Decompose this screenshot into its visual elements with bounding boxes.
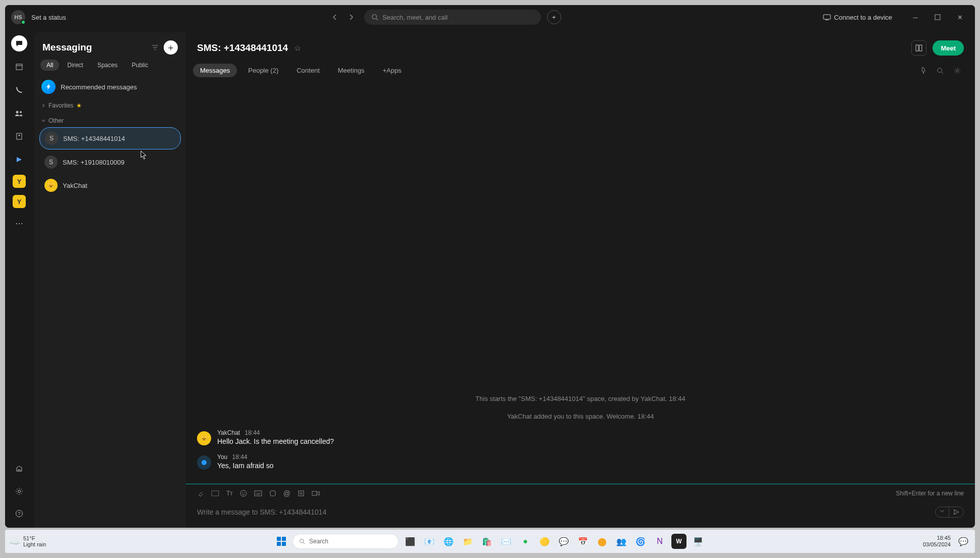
weather-icon: ☁️ <box>9 536 20 547</box>
chevron-down-icon <box>41 119 45 123</box>
new-action-button[interactable]: ＋ <box>547 10 561 24</box>
svg-point-21 <box>956 69 958 71</box>
rail-calendar-icon[interactable] <box>11 59 27 75</box>
sidebar-tab-public[interactable]: Public <box>126 60 155 71</box>
svg-text:?: ? <box>18 511 20 516</box>
pin-icon[interactable] <box>916 65 929 76</box>
taskbar-edge2-icon[interactable]: 🌀 <box>633 534 648 549</box>
rail-settings-icon[interactable] <box>11 483 27 499</box>
video-icon[interactable] <box>312 490 320 496</box>
set-status-link[interactable]: Set a status <box>31 14 66 21</box>
system-message: This starts the "SMS: +14348441014" spac… <box>197 395 964 402</box>
message-input[interactable] <box>197 508 930 516</box>
svg-rect-31 <box>312 491 317 495</box>
connect-device-button[interactable]: Connect to a device <box>823 14 892 21</box>
attach-icon[interactable] <box>197 490 204 497</box>
conversation-item[interactable]: S SMS: +14348441014 <box>39 127 181 149</box>
user-avatar[interactable]: HS <box>11 10 25 24</box>
taskbar-spotify-icon[interactable]: ● <box>518 534 533 549</box>
new-message-button[interactable]: ＋ <box>164 40 178 55</box>
global-search-input[interactable]: Search, meet, and call <box>364 10 541 25</box>
send-button[interactable] <box>949 507 963 517</box>
sidebar-tab-direct[interactable]: Direct <box>61 60 89 71</box>
format-text-icon[interactable]: Tт <box>226 490 233 497</box>
taskbar-chrome-icon[interactable]: 🟡 <box>537 534 552 549</box>
chat-header: SMS: +14348441014 ☆ Meet <box>186 32 975 58</box>
rail-calling-icon[interactable] <box>11 82 27 98</box>
taskbar-edge-icon[interactable]: 🌐 <box>441 534 456 549</box>
taskbar-whatsapp-icon[interactable]: 💬 <box>556 534 571 549</box>
bitmoji-icon[interactable] <box>269 490 276 497</box>
taskbar-explorer-icon[interactable]: 📁 <box>460 534 475 549</box>
favorite-star-button[interactable]: ☆ <box>294 43 301 53</box>
taskbar-task-view-icon[interactable]: ⬛ <box>403 534 418 549</box>
emoji-icon[interactable] <box>240 490 247 497</box>
gif-icon[interactable]: GIF <box>254 490 262 496</box>
conversation-item[interactable]: 😺 YakChat <box>39 175 181 196</box>
taskbar-outlook-icon[interactable]: 📧 <box>422 534 437 549</box>
other-label: Other <box>48 117 64 124</box>
minimize-button[interactable]: ─ <box>906 10 924 24</box>
sidebar-tab-spaces[interactable]: Spaces <box>91 60 124 71</box>
sidebar-tabs: All Direct Spaces Public <box>34 60 186 77</box>
window-controls: ─ ✕ <box>906 10 969 24</box>
rail-vidcast-icon[interactable] <box>11 151 27 168</box>
rail-help-icon[interactable]: ? <box>11 505 27 522</box>
rail-more-icon[interactable]: ⋯ <box>11 215 27 231</box>
taskbar-weather[interactable]: ☁️ 51°F Light rain <box>9 535 46 547</box>
message-meta: YakChat 18:44 <box>217 429 334 436</box>
rail-yakchat-app-icon[interactable]: Y <box>13 175 26 188</box>
taskbar-mail-icon[interactable]: ✉️ <box>499 534 514 549</box>
message-text: Yes, Iam afraid so <box>217 462 274 470</box>
taskbar-notifications-icon[interactable]: 💬 <box>956 534 971 549</box>
recommended-messages-button[interactable]: Recommended messages <box>34 77 186 97</box>
taskbar-teams-icon[interactable]: 👥 <box>614 534 629 549</box>
rail-yakchat-app2-icon[interactable]: Y <box>13 195 26 208</box>
conversation-label: SMS: +14348441014 <box>63 135 125 142</box>
taskbar-search[interactable]: Search <box>292 534 399 549</box>
message-text: Hello Jack. Is the meeting cancelled? <box>217 437 334 445</box>
nav-forward-button[interactable] <box>344 10 358 24</box>
tab-messages[interactable]: Messages <box>193 64 237 77</box>
chat-body: This starts the "SMS: +14348441014" spac… <box>186 85 975 484</box>
main-panel: SMS: +14348441014 ☆ Meet Messages People… <box>186 32 975 528</box>
tab-meetings[interactable]: Meetings <box>331 64 372 77</box>
taskbar-clock[interactable]: 18:45 03/05/2024 <box>923 535 951 548</box>
tab-content[interactable]: Content <box>289 64 327 77</box>
avatar-initials: HS <box>14 14 22 20</box>
conversation-item[interactable]: S SMS: +19108010009 <box>39 151 181 173</box>
svg-rect-2 <box>823 15 830 19</box>
taskbar-onenote-icon[interactable]: N <box>652 534 667 549</box>
tab-apps[interactable]: +Apps <box>376 64 409 77</box>
filter-button[interactable] <box>152 44 159 50</box>
taskbar-calendar-icon[interactable]: 📅 <box>575 534 591 549</box>
personal-room-icon[interactable] <box>298 490 305 497</box>
nav-back-button[interactable] <box>328 10 342 24</box>
meet-button[interactable]: Meet <box>933 40 964 56</box>
taskbar-app1-icon[interactable]: ⬤ <box>595 534 610 549</box>
conversation-label: YakChat <box>63 182 87 189</box>
mention-icon[interactable]: @ <box>283 489 290 497</box>
section-favorites[interactable]: Favorites ★ <box>34 97 186 112</box>
taskbar-webex-icon[interactable]: W <box>671 534 687 549</box>
rail-messaging-icon[interactable] <box>11 35 27 52</box>
section-other[interactable]: Other <box>34 112 186 127</box>
start-button[interactable] <box>274 534 288 548</box>
space-settings-icon[interactable] <box>951 65 964 76</box>
star-icon: ★ <box>76 102 82 109</box>
rail-contacts-icon[interactable] <box>11 128 27 144</box>
tab-people[interactable]: People (2) <box>241 64 285 77</box>
sidebar-tab-all[interactable]: All <box>40 60 59 71</box>
left-rail: Y Y ⋯ ? <box>5 29 33 528</box>
rail-teams-icon[interactable] <box>11 105 27 121</box>
screen-capture-icon[interactable] <box>211 490 219 496</box>
search-in-space-icon[interactable] <box>934 65 947 76</box>
send-options-button[interactable] <box>936 507 949 517</box>
view-toggle-button[interactable] <box>911 40 926 56</box>
maximize-button[interactable] <box>928 10 947 24</box>
svg-rect-5 <box>16 64 22 70</box>
close-button[interactable]: ✕ <box>951 10 969 24</box>
rail-whats-new-icon[interactable] <box>11 461 27 477</box>
taskbar-store-icon[interactable]: 🛍️ <box>479 534 495 549</box>
taskbar-monitor-icon[interactable]: 🖥️ <box>691 534 706 549</box>
